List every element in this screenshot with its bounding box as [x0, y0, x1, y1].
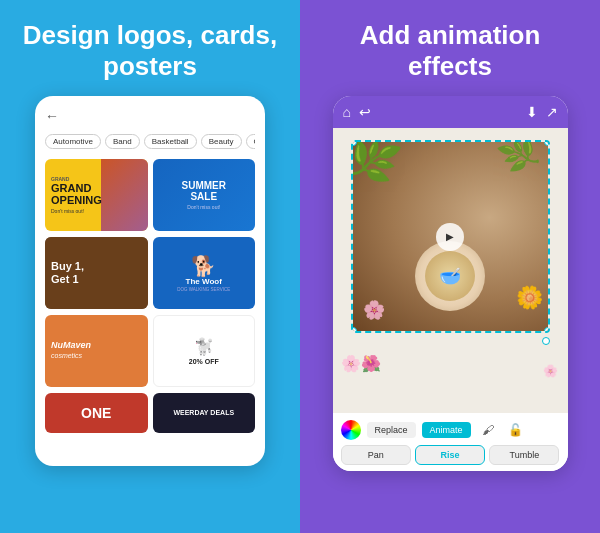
right-phone-mockup: ⌂ ↩ ⬇ ↗ 🌸🌺 🌸 🌿 🌿 🌼 🌸 — [333, 96, 568, 471]
one-label: ONE — [81, 405, 111, 421]
tumble-animation-button[interactable]: Tumble — [489, 445, 559, 465]
woof-sub: DOG WALKING SERVICE — [177, 287, 230, 292]
handle-bottom-left[interactable] — [351, 327, 357, 333]
card-grid-row2: Buy 1,Get 1 🐕 The Woof DOG WALKING SERVI… — [45, 237, 255, 309]
toolbar-row-2: Pan Rise Tumble — [341, 445, 560, 465]
home-icon[interactable]: ⌂ — [343, 104, 351, 120]
card-the-woof[interactable]: 🐕 The Woof DOG WALKING SERVICE — [153, 237, 256, 309]
flower-icon: 🌼 — [516, 285, 543, 311]
tag-cafe[interactable]: Cafe — [246, 134, 255, 149]
card-summer-sale[interactable]: SUMMERSALE Don't miss out! — [153, 159, 256, 231]
food-bowl-icon: 🥣 — [425, 251, 475, 301]
color-wheel-icon[interactable] — [341, 420, 361, 440]
food-plate: 🥣 — [415, 241, 485, 311]
canvas-area[interactable]: 🌸🌺 🌸 🌿 🌿 🌼 🌸 🥣 ▶ — [333, 128, 568, 413]
card-buy-get[interactable]: Buy 1,Get 1 — [45, 237, 148, 309]
tags-row: Automotive Band Basketball Beauty Cafe — [45, 134, 255, 149]
paint-brush-icon[interactable]: 🖌 — [477, 419, 499, 441]
top-right-icons: ⬇ ↗ — [526, 104, 558, 120]
replace-button[interactable]: Replace — [367, 422, 416, 438]
card-one[interactable]: ONE — [45, 393, 148, 433]
right-panel: Add animation effects ⌂ ↩ ⬇ ↗ 🌸🌺 🌸 🌿 — [300, 0, 600, 533]
woof-title: The Woof — [186, 278, 222, 287]
off-text: 20% OFF — [189, 358, 219, 365]
card-grid-row1: GRAND GRANDOPENING Don't miss out! SUMME… — [45, 159, 255, 231]
card-grid-row3: NuMavencosmetics 🐩 20% OFF — [45, 315, 255, 387]
tag-beauty[interactable]: Beauty — [201, 134, 242, 149]
woof-dog-icon: 🐕 — [191, 254, 216, 278]
phone-top-bar: ← — [45, 108, 255, 124]
go-title: GRANDOPENING — [51, 182, 102, 206]
food-background: 🌿 🌿 🌼 🌸 🥣 ▶ — [353, 142, 548, 331]
right-headline: Add animation effects — [315, 20, 585, 82]
flowers-left-icon: 🌸 — [363, 299, 385, 321]
toolbar-row-1: Replace Animate 🖌 🔓 — [341, 419, 560, 441]
undo-icon[interactable]: ↩ — [359, 104, 371, 120]
card-numaven[interactable]: NuMavencosmetics — [45, 315, 148, 387]
card-20-off[interactable]: 🐩 20% OFF — [153, 315, 256, 387]
food-image-frame[interactable]: 🌿 🌿 🌼 🌸 🥣 ▶ — [351, 140, 550, 333]
left-headline: Design logos, cards, posters — [15, 20, 285, 82]
tag-automotive[interactable]: Automotive — [45, 134, 101, 149]
share-icon[interactable]: ↗ — [546, 104, 558, 120]
numaven-title: NuMavencosmetics — [51, 341, 91, 361]
handle-outside-corner[interactable] — [542, 337, 550, 345]
pan-animation-button[interactable]: Pan — [341, 445, 411, 465]
card-weerday-deals[interactable]: WEERDAY DEALS — [153, 393, 256, 433]
portrait-image — [101, 159, 147, 231]
fern-right-icon: 🌿 — [494, 140, 544, 179]
download-icon[interactable]: ⬇ — [526, 104, 538, 120]
animate-button[interactable]: Animate — [422, 422, 471, 438]
card-grand-opening[interactable]: GRAND GRANDOPENING Don't miss out! — [45, 159, 148, 231]
grand-opening-text: GRAND GRANDOPENING Don't miss out! — [51, 176, 102, 214]
rise-animation-button[interactable]: Rise — [415, 445, 485, 465]
go-sub: Don't miss out! — [51, 208, 102, 214]
decorative-flowers-left: 🌸🌺 — [341, 354, 381, 373]
back-arrow-icon[interactable]: ← — [45, 108, 59, 124]
buy-text: Buy 1,Get 1 — [51, 260, 84, 286]
left-phone-mockup: ← Automotive Band Basketball Beauty Cafe… — [35, 96, 265, 466]
lock-icon[interactable]: 🔓 — [505, 419, 527, 441]
card-grid-row4: ONE WEERDAY DEALS — [45, 393, 255, 433]
tag-band[interactable]: Band — [105, 134, 140, 149]
summer-sale-sub: Don't miss out! — [187, 204, 220, 210]
top-left-icons: ⌂ ↩ — [343, 104, 371, 120]
handle-bottom-right[interactable] — [544, 327, 550, 333]
decorative-flowers-right: 🌸 — [543, 364, 558, 378]
tag-basketball[interactable]: Basketball — [144, 134, 197, 149]
play-button[interactable]: ▶ — [436, 223, 464, 251]
weerday-text: WEERDAY DEALS — [173, 409, 234, 417]
dog-icon: 🐩 — [194, 337, 214, 356]
summer-sale-title: SUMMERSALE — [182, 180, 226, 202]
phone-top-toolbar: ⌂ ↩ ⬇ ↗ — [333, 96, 568, 128]
left-panel: Design logos, cards, posters ← Automotiv… — [0, 0, 300, 533]
bottom-toolbar: Replace Animate 🖌 🔓 Pan Rise Tumble — [333, 413, 568, 471]
fern-left-icon: 🌿 — [351, 140, 405, 191]
